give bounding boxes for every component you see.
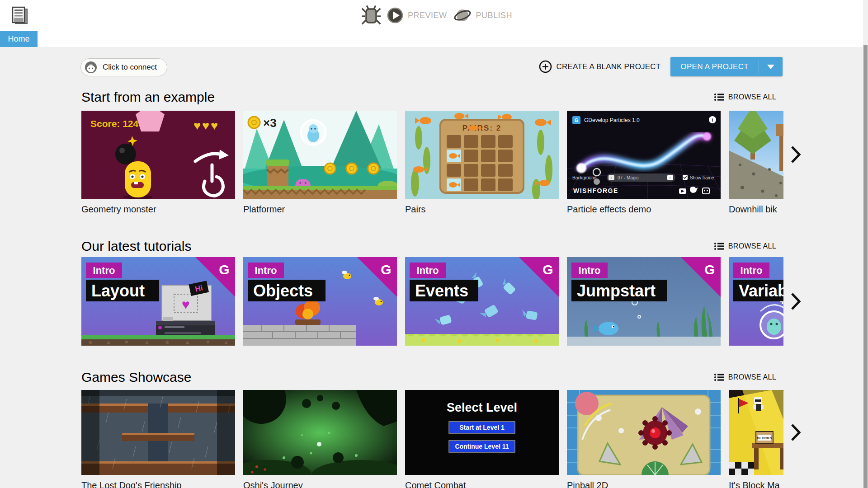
showcase-carousel: The Lost Dog's Frienship [81,390,783,488]
browse-all-tutorials[interactable]: BROWSE ALL [714,242,776,250]
card-caption: Downhill bik [729,204,783,215]
hearts: ♥♥♥ [193,119,219,132]
blockman-thumbnail: BLOCKS [729,390,783,475]
pairs-score: PAIRS: 2 [462,124,502,132]
card-caption: Particle effects demo [567,204,721,215]
top-toolbar: PREVIEW PUBLISH [0,0,868,31]
pairs-thumbnail: PAIRS: 2 [405,111,559,199]
svg-text:♥: ♥ [182,297,190,312]
layout-tutorial-thumbnail: ♥ Hi [81,257,235,346]
score-text: Score: 124 [90,118,139,129]
card-caption: Geometry monster [81,204,235,215]
plus-circle-icon [539,60,552,73]
geometry-monster-thumbnail: Score: 124 ♥♥♥ [81,111,235,199]
debug-button[interactable] [362,5,381,25]
project-actions: CREATE A BLANK PROJECT OPEN A PROJECT [539,57,783,76]
chevron-right-icon [791,292,801,310]
preview-label: PREVIEW [408,11,447,20]
variables-tutorial-thumbnail: +1 G Intro Variab [729,257,783,346]
gdevelop-logo: G [542,262,553,277]
gdevelop-home-screen: PREVIEW PUBLISH Home Click to conne [0,0,868,488]
showcase-card-comet[interactable]: Select Level Start at Level 1 Continue L… [405,390,559,488]
coin-counter: ×3 [263,116,277,130]
card-caption: Comet Combat [405,480,559,488]
chevron-right-icon [791,145,801,164]
gdevelop-logo: G [381,262,391,277]
downhill-thumbnail: G [729,111,783,199]
list-icon [714,242,724,250]
example-card-platformer[interactable]: ×3 Platformer [243,111,397,215]
intro-tag: Intro [93,265,115,276]
tab-home[interactable]: Home [0,31,38,47]
showcase-header: Games Showcase BROWSE ALL [81,370,776,385]
publish-button[interactable]: PUBLISH [453,7,513,24]
intro-tag: Intro [741,265,763,276]
page-scrollbar[interactable] [863,0,868,488]
intro-tag: Intro [579,265,601,276]
caret-down-icon [767,65,774,69]
gdevelop-logo: G [219,262,229,277]
example-card-geometry-monster[interactable]: Score: 124 ♥♥♥ [81,111,235,215]
tab-bar: Home [0,31,868,47]
showcase-card-oshi[interactable]: Oshi's Journey [243,390,397,488]
list-icon [714,93,724,101]
face-icon [85,61,97,74]
browse-all-showcase[interactable]: BROWSE ALL [714,373,776,381]
example-card-downhill[interactable]: G Downhill bik [729,111,783,215]
svg-text:i: i [712,117,713,122]
particles-app-title: GDevelop Particles 1.0 [584,117,640,123]
wishforge-logo: WISHFORGE [573,187,618,194]
project-manager-icon[interactable] [10,5,30,26]
card-caption: Platformer [243,204,397,215]
planet-icon [453,7,472,24]
objects-tutorial-thumbnail: G Intro Objects [243,257,397,346]
preview-button[interactable]: PREVIEW [387,7,447,23]
tutorial-card-variables[interactable]: +1 G Intro Variab [729,257,783,346]
showcase-next-button[interactable] [787,422,805,443]
start-level-button: Start at Level 1 [459,424,505,431]
section-title: Games Showcase [81,370,191,385]
particle-selector: 07 - Magic [618,175,639,180]
svg-text:G: G [575,117,579,123]
publish-label: PUBLISH [476,11,513,20]
create-blank-project-button[interactable]: CREATE A BLANK PROJECT [539,60,661,73]
gdevelop-logo: G [704,262,715,277]
connect-label: Click to connect [103,63,157,72]
examples-next-button[interactable] [787,144,805,165]
scrollbar-thumb[interactable] [863,45,868,488]
open-project-dropdown[interactable] [759,57,783,76]
card-caption: Pairs [405,204,559,215]
intro-tag: Intro [417,265,439,276]
open-project-button[interactable]: OPEN A PROJECT [670,57,783,76]
tutorials-header: Our latest tutorials BROWSE ALL [81,239,776,254]
tutorial-title: Variab [739,282,783,300]
example-card-particles[interactable]: G GDevelop Particles 1.0 i Background ‹ … [567,111,721,215]
create-blank-label: CREATE A BLANK PROJECT [557,62,661,71]
tutorial-card-layout[interactable]: ♥ Hi [81,257,235,346]
bug-icon [362,5,381,25]
showcase-card-pinball[interactable]: Pinball 2D [567,390,721,488]
events-tutorial-thumbnail: G Intro Events [405,257,559,346]
connect-button[interactable]: Click to connect [80,58,167,76]
tutorial-title: Jumpstart [577,282,656,300]
card-caption: Oshi's Journey [243,480,397,488]
background-label: Background [572,175,596,180]
svg-text:‹: ‹ [611,175,612,180]
browse-all-examples[interactable]: BROWSE ALL [714,93,776,101]
tutorial-card-events[interactable]: G Intro Events [405,257,559,346]
card-caption: Pinball 2D [567,480,721,488]
tutorial-card-objects[interactable]: G Intro Objects [243,257,397,346]
showcase-card-blockman[interactable]: BLOCKS It's Block Ma [729,390,783,488]
section-title: Start from an example [81,89,215,105]
svg-text:›: › [670,175,671,180]
tutorial-title: Events [415,282,468,300]
showcase-card-lost-dog[interactable]: The Lost Dog's Frienship [81,390,235,488]
example-card-pairs[interactable]: PAIRS: 2 [405,111,559,215]
tutorial-card-jumpstart[interactable]: G Intro Jumpstart [567,257,721,346]
stacked-pages-icon [10,5,30,26]
play-circle-icon [387,7,403,23]
browse-all-label: BROWSE ALL [728,242,776,250]
particles-thumbnail: G GDevelop Particles 1.0 i Background ‹ … [567,111,721,199]
pinball-thumbnail [567,390,721,475]
tutorials-next-button[interactable] [787,291,805,312]
